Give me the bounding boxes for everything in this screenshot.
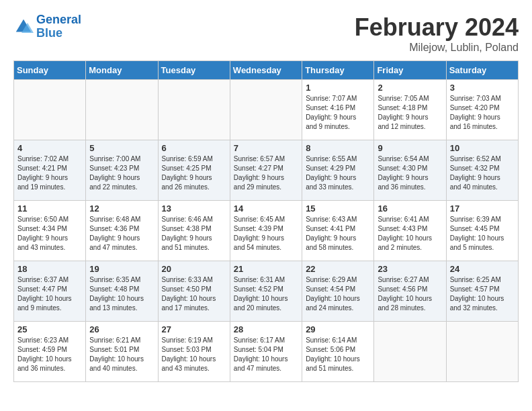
day-info: Sunrise: 7:05 AM Sunset: 4:18 PM Dayligh… bbox=[378, 94, 442, 132]
day-number: 24 bbox=[450, 264, 515, 274]
day-number: 19 bbox=[89, 264, 154, 274]
day-info: Sunrise: 6:35 AM Sunset: 4:48 PM Dayligh… bbox=[89, 275, 154, 313]
day-info: Sunrise: 6:27 AM Sunset: 4:56 PM Dayligh… bbox=[378, 275, 442, 313]
day-number: 18 bbox=[17, 264, 82, 274]
day-info: Sunrise: 6:33 AM Sunset: 4:50 PM Dayligh… bbox=[162, 275, 226, 313]
day-info: Sunrise: 6:17 AM Sunset: 5:04 PM Dayligh… bbox=[234, 336, 298, 373]
day-number: 27 bbox=[162, 324, 226, 334]
page-header: General Blue February 2024 Milejow, Lubl… bbox=[13, 13, 519, 54]
day-cell: 9Sunrise: 6:54 AM Sunset: 4:30 PM Daylig… bbox=[374, 140, 446, 201]
day-cell: 26Sunrise: 6:21 AM Sunset: 5:01 PM Dayli… bbox=[86, 322, 158, 382]
day-cell: 6Sunrise: 6:59 AM Sunset: 4:25 PM Daylig… bbox=[158, 140, 230, 201]
day-cell: 11Sunrise: 6:50 AM Sunset: 4:34 PM Dayli… bbox=[14, 201, 86, 261]
day-number: 21 bbox=[234, 264, 298, 274]
day-cell: 20Sunrise: 6:33 AM Sunset: 4:50 PM Dayli… bbox=[158, 261, 230, 322]
day-cell: 29Sunrise: 6:14 AM Sunset: 5:06 PM Dayli… bbox=[302, 322, 374, 382]
day-number: 29 bbox=[306, 324, 370, 334]
day-info: Sunrise: 6:43 AM Sunset: 4:41 PM Dayligh… bbox=[306, 215, 370, 253]
day-info: Sunrise: 6:41 AM Sunset: 4:43 PM Dayligh… bbox=[378, 215, 442, 253]
day-number: 3 bbox=[450, 83, 515, 93]
day-info: Sunrise: 6:55 AM Sunset: 4:29 PM Dayligh… bbox=[306, 154, 370, 192]
day-number: 17 bbox=[450, 203, 515, 214]
day-info: Sunrise: 6:19 AM Sunset: 5:03 PM Dayligh… bbox=[162, 336, 226, 373]
day-cell: 28Sunrise: 6:17 AM Sunset: 5:04 PM Dayli… bbox=[230, 322, 302, 382]
day-cell: 23Sunrise: 6:27 AM Sunset: 4:56 PM Dayli… bbox=[374, 261, 446, 322]
week-row-1: 1Sunrise: 7:07 AM Sunset: 4:16 PM Daylig… bbox=[14, 80, 519, 140]
day-number: 15 bbox=[306, 203, 370, 214]
header-cell-wednesday: Wednesday bbox=[230, 61, 302, 80]
day-cell: 15Sunrise: 6:43 AM Sunset: 4:41 PM Dayli… bbox=[302, 201, 374, 261]
day-number: 28 bbox=[234, 324, 298, 334]
day-number: 13 bbox=[162, 203, 226, 214]
day-cell: 19Sunrise: 6:35 AM Sunset: 4:48 PM Dayli… bbox=[86, 261, 158, 322]
day-info: Sunrise: 6:52 AM Sunset: 4:32 PM Dayligh… bbox=[450, 154, 515, 192]
day-info: Sunrise: 6:31 AM Sunset: 4:52 PM Dayligh… bbox=[234, 275, 298, 313]
day-cell: 24Sunrise: 6:25 AM Sunset: 4:57 PM Dayli… bbox=[446, 261, 518, 322]
day-number: 14 bbox=[234, 203, 298, 214]
day-cell: 16Sunrise: 6:41 AM Sunset: 4:43 PM Dayli… bbox=[374, 201, 446, 261]
logo: General Blue bbox=[13, 13, 81, 40]
week-row-3: 11Sunrise: 6:50 AM Sunset: 4:34 PM Dayli… bbox=[14, 201, 519, 261]
day-number: 12 bbox=[89, 203, 154, 214]
week-row-4: 18Sunrise: 6:37 AM Sunset: 4:47 PM Dayli… bbox=[14, 261, 519, 322]
day-number: 25 bbox=[17, 324, 82, 334]
day-info: Sunrise: 6:50 AM Sunset: 4:34 PM Dayligh… bbox=[17, 215, 82, 253]
day-info: Sunrise: 6:57 AM Sunset: 4:27 PM Dayligh… bbox=[234, 154, 298, 192]
day-cell bbox=[374, 322, 446, 382]
day-cell: 5Sunrise: 7:00 AM Sunset: 4:23 PM Daylig… bbox=[86, 140, 158, 201]
day-cell: 18Sunrise: 6:37 AM Sunset: 4:47 PM Dayli… bbox=[14, 261, 86, 322]
day-number: 23 bbox=[378, 264, 442, 274]
day-info: Sunrise: 7:07 AM Sunset: 4:16 PM Dayligh… bbox=[306, 94, 370, 132]
day-info: Sunrise: 6:14 AM Sunset: 5:06 PM Dayligh… bbox=[306, 336, 370, 373]
week-row-2: 4Sunrise: 7:02 AM Sunset: 4:21 PM Daylig… bbox=[14, 140, 519, 201]
day-number: 5 bbox=[89, 143, 154, 153]
month-title: February 2024 bbox=[355, 13, 519, 42]
day-cell: 14Sunrise: 6:45 AM Sunset: 4:39 PM Dayli… bbox=[230, 201, 302, 261]
day-info: Sunrise: 6:54 AM Sunset: 4:30 PM Dayligh… bbox=[378, 154, 442, 192]
day-info: Sunrise: 6:48 AM Sunset: 4:36 PM Dayligh… bbox=[89, 215, 154, 253]
day-number: 6 bbox=[162, 143, 226, 153]
day-number: 20 bbox=[162, 264, 226, 274]
day-info: Sunrise: 6:29 AM Sunset: 4:54 PM Dayligh… bbox=[306, 275, 370, 313]
logo-icon bbox=[13, 17, 34, 37]
day-info: Sunrise: 6:46 AM Sunset: 4:38 PM Dayligh… bbox=[162, 215, 226, 253]
day-info: Sunrise: 6:23 AM Sunset: 4:59 PM Dayligh… bbox=[17, 336, 82, 373]
day-cell: 21Sunrise: 6:31 AM Sunset: 4:52 PM Dayli… bbox=[230, 261, 302, 322]
header-cell-sunday: Sunday bbox=[14, 61, 86, 80]
day-number: 16 bbox=[378, 203, 442, 214]
day-info: Sunrise: 7:03 AM Sunset: 4:20 PM Dayligh… bbox=[450, 94, 515, 132]
day-info: Sunrise: 6:39 AM Sunset: 4:45 PM Dayligh… bbox=[450, 215, 515, 253]
day-cell bbox=[158, 80, 230, 140]
day-cell: 17Sunrise: 6:39 AM Sunset: 4:45 PM Dayli… bbox=[446, 201, 518, 261]
day-cell: 1Sunrise: 7:07 AM Sunset: 4:16 PM Daylig… bbox=[302, 80, 374, 140]
day-number: 26 bbox=[89, 324, 154, 334]
day-info: Sunrise: 7:02 AM Sunset: 4:21 PM Dayligh… bbox=[17, 154, 82, 192]
title-block: February 2024 Milejow, Lublin, Poland bbox=[355, 13, 519, 54]
header-cell-tuesday: Tuesday bbox=[158, 61, 230, 80]
day-cell: 13Sunrise: 6:46 AM Sunset: 4:38 PM Dayli… bbox=[158, 201, 230, 261]
header-row: SundayMondayTuesdayWednesdayThursdayFrid… bbox=[14, 61, 519, 80]
day-number: 4 bbox=[17, 143, 82, 153]
header-cell-saturday: Saturday bbox=[446, 61, 518, 80]
header-cell-monday: Monday bbox=[86, 61, 158, 80]
day-cell bbox=[230, 80, 302, 140]
day-info: Sunrise: 6:25 AM Sunset: 4:57 PM Dayligh… bbox=[450, 275, 515, 313]
day-cell: 22Sunrise: 6:29 AM Sunset: 4:54 PM Dayli… bbox=[302, 261, 374, 322]
header-cell-thursday: Thursday bbox=[302, 61, 374, 80]
day-number: 22 bbox=[306, 264, 370, 274]
day-info: Sunrise: 6:21 AM Sunset: 5:01 PM Dayligh… bbox=[89, 336, 154, 373]
day-number: 10 bbox=[450, 143, 515, 153]
day-info: Sunrise: 6:37 AM Sunset: 4:47 PM Dayligh… bbox=[17, 275, 82, 313]
header-cell-friday: Friday bbox=[374, 61, 446, 80]
day-cell: 4Sunrise: 7:02 AM Sunset: 4:21 PM Daylig… bbox=[14, 140, 86, 201]
day-cell bbox=[446, 322, 518, 382]
day-info: Sunrise: 6:59 AM Sunset: 4:25 PM Dayligh… bbox=[162, 154, 226, 192]
day-info: Sunrise: 7:00 AM Sunset: 4:23 PM Dayligh… bbox=[89, 154, 154, 192]
week-row-5: 25Sunrise: 6:23 AM Sunset: 4:59 PM Dayli… bbox=[14, 322, 519, 382]
day-cell: 25Sunrise: 6:23 AM Sunset: 4:59 PM Dayli… bbox=[14, 322, 86, 382]
location-title: Milejow, Lublin, Poland bbox=[355, 42, 519, 54]
calendar-table: SundayMondayTuesdayWednesdayThursdayFrid… bbox=[13, 60, 519, 382]
day-cell: 10Sunrise: 6:52 AM Sunset: 4:32 PM Dayli… bbox=[446, 140, 518, 201]
day-number: 7 bbox=[234, 143, 298, 153]
day-cell bbox=[14, 80, 86, 140]
